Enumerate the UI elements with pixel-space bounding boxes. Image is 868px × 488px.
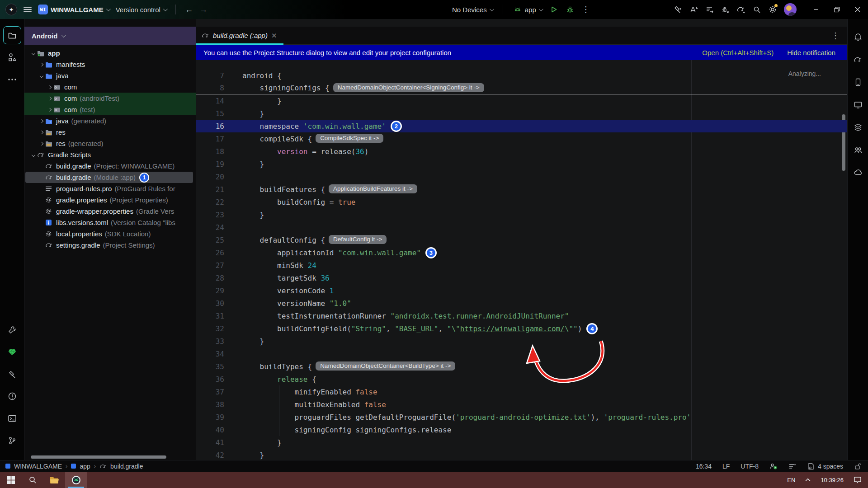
code-line-36[interactable]: 36 release {: [196, 373, 847, 385]
resource-manager-button[interactable]: [849, 141, 867, 159]
build-tool-button[interactable]: [3, 365, 21, 383]
code-line-38[interactable]: 38 multiDexEnabled false: [196, 398, 847, 411]
tree-item-gradle-wrapper-properties[interactable]: gradle-wrapper.properties(Gradle Vers: [24, 206, 196, 217]
debug-button[interactable]: [566, 5, 575, 14]
tree-item-com[interactable]: com: [24, 81, 196, 93]
tree-chevron-icon[interactable]: [46, 97, 53, 100]
tree-chevron-icon[interactable]: [46, 108, 53, 111]
inlay-hint-chip[interactable]: NamedDomainObjectContainer<SigningConfig…: [333, 83, 484, 92]
tree-item-res[interactable]: res: [24, 127, 196, 138]
gradle-tool-button[interactable]: [849, 51, 867, 69]
banner-hide-link[interactable]: Hide notification: [787, 49, 835, 56]
tree-chevron-icon[interactable]: [30, 154, 37, 156]
code-line-7[interactable]: 7android {: [196, 69, 847, 82]
inlay-hint-chip[interactable]: NamedDomainObjectContainer<BuildType> it…: [316, 361, 455, 371]
tree-item-build-gradle[interactable]: build.gradle(Module :app)1: [24, 172, 196, 183]
project-switcher[interactable]: WI WINWALLGAME: [38, 5, 109, 14]
tree-chevron-icon[interactable]: [38, 120, 45, 122]
code-line-20[interactable]: 20: [196, 170, 847, 183]
device-selector[interactable]: No Devices: [452, 6, 493, 14]
breadcrumb-project[interactable]: WINWALLGAME: [14, 463, 62, 470]
tree-item-res[interactable]: res(generated): [24, 138, 196, 149]
code-line-17[interactable]: 17 compileSdk {CompileSdkSpec it ->: [196, 132, 847, 145]
running-devices-button[interactable]: [849, 96, 867, 114]
version-control-menu[interactable]: Version control: [116, 6, 166, 14]
code-line-24[interactable]: 24: [196, 221, 847, 234]
tree-item-java[interactable]: java: [24, 70, 196, 81]
tree-chevron-icon[interactable]: [38, 131, 45, 134]
code-line-15[interactable]: 15 }: [196, 107, 847, 120]
tree-item-gradle-properties[interactable]: gradle.properties(Project Properties): [24, 194, 196, 206]
back-button[interactable]: ←: [185, 5, 193, 14]
tree-chevron-icon[interactable]: [30, 52, 37, 55]
code-line-40[interactable]: 40 signingConfig signingConfigs.release: [196, 423, 847, 436]
inlay-hint-chip[interactable]: DefaultConfig it ->: [329, 235, 387, 244]
code-line-27[interactable]: 27 minSdk 24: [196, 259, 847, 272]
tree-item-local-properties[interactable]: local.properties(SDK Location): [24, 228, 196, 239]
breadcrumb-file[interactable]: build.gradle: [110, 463, 143, 470]
code-line-30[interactable]: 30 versionName "1.0": [196, 297, 847, 310]
tree-chevron-icon[interactable]: [38, 142, 45, 145]
code-line-22[interactable]: 22 buildConfig = true: [196, 196, 847, 208]
banner-open-link[interactable]: Open (Ctrl+Alt+Shift+S): [702, 49, 774, 56]
build-hammer-icon[interactable]: [673, 5, 682, 14]
code-line-31[interactable]: 31 testInstrumentationRunner "androidx.t…: [196, 310, 847, 322]
run-configuration-selector[interactable]: app: [513, 5, 542, 14]
formatter-icon[interactable]: [788, 463, 797, 470]
taskbar-search-button[interactable]: [22, 472, 43, 488]
code-line-29[interactable]: 29 versionCode 1: [196, 284, 847, 297]
indent-indicator[interactable]: 4 spaces: [807, 463, 843, 470]
clock[interactable]: 10:39:26: [821, 477, 844, 483]
inlay-hint-chip[interactable]: ApplicationBuildFeatures it ->: [329, 184, 417, 193]
wrench-tool-button[interactable]: [3, 321, 21, 339]
code-line-26[interactable]: 26 applicationId "com.win.wall.game"3: [196, 246, 847, 259]
breadcrumb-module[interactable]: app: [80, 463, 90, 470]
tree-item-settings-gradle[interactable]: settings.gradle(Project Settings): [24, 239, 196, 251]
code-line-18[interactable]: 18 version = release(36): [196, 145, 847, 158]
file-explorer-button[interactable]: [43, 472, 65, 488]
tree-item-gradle-scripts[interactable]: Gradle Scripts: [24, 149, 196, 160]
url-link[interactable]: https://winwallgame.com/: [460, 324, 565, 333]
avatar[interactable]: [784, 3, 797, 16]
tree-item-libs-versions-toml[interactable]: libs.versions.toml(Version Catalog "libs: [24, 217, 196, 228]
more-actions-button[interactable]: ⋮: [582, 5, 590, 14]
code-line-42[interactable]: 42 }: [196, 449, 847, 460]
recent-files-icon[interactable]: [705, 5, 714, 14]
code-line-33[interactable]: 33 }: [196, 335, 847, 347]
code-line-32[interactable]: 32 buildConfigField("String", "BASE_URL"…: [196, 322, 847, 335]
tree-horizontal-scrollbar[interactable]: [31, 455, 166, 459]
close-button[interactable]: [847, 0, 868, 19]
structure-tool-button[interactable]: [3, 48, 21, 66]
sync-project-icon[interactable]: [689, 5, 698, 14]
tab-build-gradle[interactable]: build.gradle (:app) ✕: [196, 27, 283, 44]
language-indicator[interactable]: EN: [787, 477, 795, 483]
tree-item-manifests[interactable]: manifests: [24, 59, 196, 70]
project-view-selector[interactable]: Android: [24, 27, 196, 45]
tree-item-proguard-rules-pro[interactable]: proguard-rules.pro(ProGuard Rules for: [24, 183, 196, 194]
tab-options-button[interactable]: ⋮: [831, 31, 840, 41]
tree-item-com[interactable]: com(test): [24, 104, 196, 115]
gem-tool-button[interactable]: [3, 343, 21, 361]
minimize-button[interactable]: [806, 0, 826, 19]
tree-chevron-icon[interactable]: [38, 75, 45, 77]
tree-item-build-gradle[interactable]: build.gradle(Project: WINWALLGAME): [24, 160, 196, 172]
device-manager-button[interactable]: [849, 73, 867, 91]
main-menu-button[interactable]: [24, 7, 32, 12]
start-button[interactable]: [0, 472, 22, 488]
code-line-8[interactable]: 8 signingConfigs {NamedDomainObjectConta…: [196, 82, 847, 94]
action-center-icon[interactable]: [854, 476, 862, 483]
notifications-button[interactable]: [849, 28, 867, 46]
caret-position[interactable]: 16:34: [696, 463, 712, 470]
code-line-21[interactable]: 21 buildFeatures {ApplicationBuildFeatur…: [196, 183, 847, 196]
code-line-19[interactable]: 19 }: [196, 158, 847, 170]
lock-icon[interactable]: [854, 463, 861, 470]
tab-close-icon[interactable]: ✕: [271, 32, 277, 40]
settings-button[interactable]: [768, 5, 777, 14]
tree-chevron-icon[interactable]: [46, 86, 53, 89]
code-line-23[interactable]: 23 }: [196, 208, 847, 221]
inlay-hint-chip[interactable]: CompileSdkSpec it ->: [316, 134, 383, 143]
shared-indexes-icon[interactable]: [769, 463, 778, 470]
build-variants-button[interactable]: [849, 118, 867, 136]
code-line-39[interactable]: 39 proguardFiles getDefaultProguardFile(…: [196, 411, 847, 423]
code-line-37[interactable]: 37 minifyEnabled false: [196, 385, 847, 398]
